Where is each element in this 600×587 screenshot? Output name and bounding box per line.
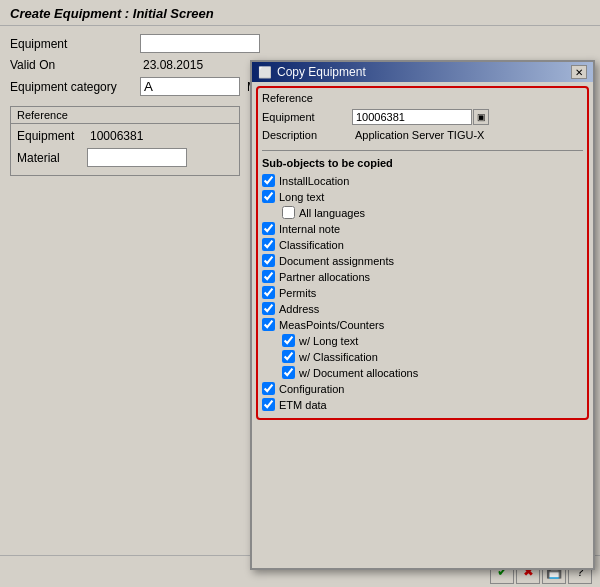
checkbox-permits-input[interactable]	[262, 286, 275, 299]
equipment-browse-button[interactable]: ▣	[473, 109, 489, 125]
checkbox-classification-input[interactable]	[262, 238, 275, 251]
valid-on-label: Valid On	[10, 58, 140, 72]
dialog-equipment-row: Equipment ▣	[262, 109, 583, 125]
reference-box-title: Reference	[11, 107, 239, 124]
checkbox-configuration: Configuration	[262, 382, 583, 395]
equipment-category-input[interactable]	[140, 77, 240, 96]
checkbox-wLongText-label: w/ Long text	[299, 335, 358, 347]
dialog-title-bar: ⬜ Copy Equipment ✕	[252, 62, 593, 82]
ref-equipment-value: 10006381	[87, 128, 146, 144]
checkbox-etmData-input[interactable]	[262, 398, 275, 411]
dialog-reference-section: Reference Equipment ▣ Description Applic…	[262, 92, 583, 142]
dialog-description-value: Application Server TIGU-X	[352, 128, 487, 142]
dialog-separator	[262, 150, 583, 151]
dialog-description-label: Description	[262, 129, 352, 141]
checkbox-measPoints-label: MeasPoints/Counters	[279, 319, 384, 331]
ref-material-input[interactable]	[87, 148, 187, 167]
ref-material-row: Material	[17, 148, 233, 167]
checkbox-classification: Classification	[262, 238, 583, 251]
ref-equipment-row: Equipment 10006381	[17, 128, 233, 144]
ref-equipment-label: Equipment	[17, 129, 87, 143]
dialog-equipment-label: Equipment	[262, 111, 352, 123]
dialog-equipment-input[interactable]	[356, 111, 466, 123]
checkbox-longText-input[interactable]	[262, 190, 275, 203]
ref-material-label: Material	[17, 151, 87, 165]
dialog-close-button[interactable]: ✕	[571, 65, 587, 79]
checkbox-wDocumentAllocations-label: w/ Document allocations	[299, 367, 418, 379]
checkbox-longText: Long text	[262, 190, 583, 203]
checkbox-etmData: ETM data	[262, 398, 583, 411]
checkbox-address-label: Address	[279, 303, 319, 315]
subobjects-section: Sub-objects to be copied InstallLocation…	[262, 157, 583, 411]
checkbox-documentAssignments-label: Document assignments	[279, 255, 394, 267]
subobjects-title: Sub-objects to be copied	[262, 157, 583, 169]
checkbox-partnerAllocations-label: Partner allocations	[279, 271, 370, 283]
checkbox-allLanguages-input[interactable]	[282, 206, 295, 219]
checkbox-internalNote: Internal note	[262, 222, 583, 235]
checkbox-address: Address	[262, 302, 583, 315]
checkbox-documentAssignments-input[interactable]	[262, 254, 275, 267]
equipment-input[interactable]	[140, 34, 260, 53]
checkbox-wClassification: w/ Classification	[262, 350, 583, 363]
checkbox-allLanguages-label: All languages	[299, 207, 365, 219]
checkbox-installLocation-input[interactable]	[262, 174, 275, 187]
checkbox-address-input[interactable]	[262, 302, 275, 315]
checkbox-partnerAllocations: Partner allocations	[262, 270, 583, 283]
checkbox-wLongText-input[interactable]	[282, 334, 295, 347]
checkbox-measPoints: MeasPoints/Counters	[262, 318, 583, 331]
reference-section-header: Reference	[262, 92, 583, 104]
equipment-row: Equipment	[10, 34, 590, 53]
checkbox-longText-label: Long text	[279, 191, 324, 203]
checkbox-etmData-label: ETM data	[279, 399, 327, 411]
reference-box-content: Equipment 10006381 Material	[11, 124, 239, 175]
main-window: Create Equipment : Initial Screen Equipm…	[0, 0, 600, 587]
checkbox-measPoints-input[interactable]	[262, 318, 275, 331]
equipment-category-label: Equipment category	[10, 80, 140, 94]
checkbox-documentAssignments: Document assignments	[262, 254, 583, 267]
checkbox-wDocumentAllocations: w/ Document allocations	[262, 366, 583, 379]
dialog-title-text: Copy Equipment	[277, 65, 366, 79]
checkbox-partnerAllocations-input[interactable]	[262, 270, 275, 283]
checkbox-installLocation-label: InstallLocation	[279, 175, 349, 187]
checkbox-internalNote-input[interactable]	[262, 222, 275, 235]
valid-on-value: 23.08.2015	[140, 57, 206, 73]
checkbox-installLocation: InstallLocation	[262, 174, 583, 187]
equipment-label: Equipment	[10, 37, 140, 51]
checkbox-wClassification-label: w/ Classification	[299, 351, 378, 363]
reference-box: Reference Equipment 10006381 Material	[10, 106, 240, 176]
checkbox-wClassification-input[interactable]	[282, 350, 295, 363]
dialog-title-content: ⬜ Copy Equipment	[258, 65, 366, 79]
checkbox-wDocumentAllocations-input[interactable]	[282, 366, 295, 379]
dialog-title-icon: ⬜	[258, 66, 272, 79]
title-text: Create Equipment : Initial Screen	[10, 6, 214, 21]
checkbox-wLongText: w/ Long text	[262, 334, 583, 347]
dialog-equipment-field	[352, 109, 472, 125]
checkbox-permits: Permits	[262, 286, 583, 299]
checkbox-allLanguages: All languages	[262, 206, 583, 219]
dialog-body: Reference Equipment ▣ Description Applic…	[256, 86, 589, 420]
checkbox-permits-label: Permits	[279, 287, 316, 299]
copy-equipment-dialog: ⬜ Copy Equipment ✕ Reference Equipment ▣…	[250, 60, 595, 570]
dialog-description-row: Description Application Server TIGU-X	[262, 128, 583, 142]
window-title: Create Equipment : Initial Screen	[0, 0, 600, 26]
checkbox-internalNote-label: Internal note	[279, 223, 340, 235]
checkbox-configuration-label: Configuration	[279, 383, 344, 395]
checkbox-classification-label: Classification	[279, 239, 344, 251]
checkbox-configuration-input[interactable]	[262, 382, 275, 395]
